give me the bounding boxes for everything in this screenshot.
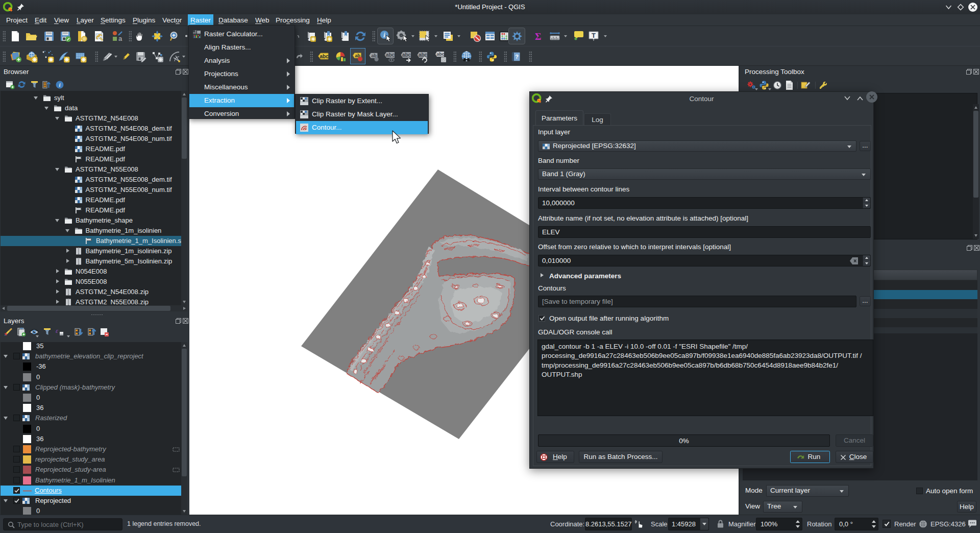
svg-text:abc: abc [402, 52, 411, 58]
svg-text:abc: abc [436, 52, 445, 57]
svg-text:T: T [592, 32, 596, 39]
svg-text:a: a [118, 35, 122, 42]
svg-text:ε: ε [56, 327, 59, 334]
svg-text:abc: abc [386, 52, 395, 58]
svg-text:Σ: Σ [535, 31, 542, 42]
svg-text:abc: abc [320, 54, 329, 59]
svg-text:abc: abc [419, 52, 428, 58]
svg-text:?: ? [515, 54, 519, 60]
